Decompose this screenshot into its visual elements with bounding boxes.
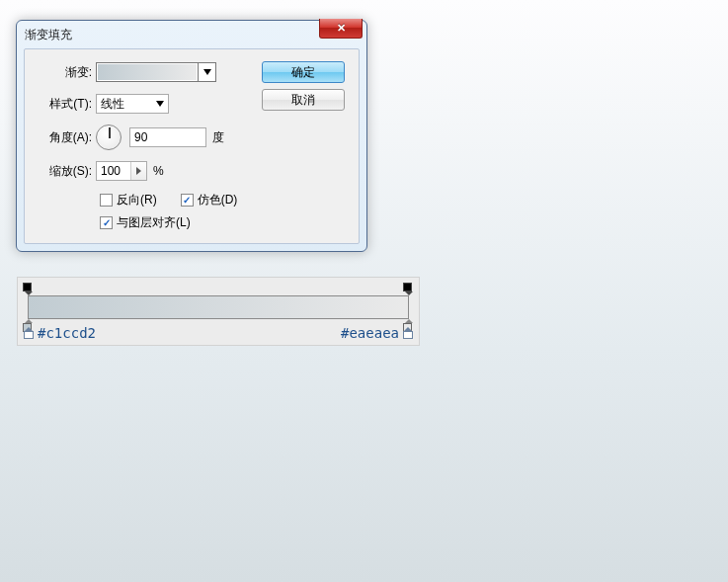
close-button[interactable]: ✕ xyxy=(319,19,363,39)
style-label: 样式(T): xyxy=(39,96,96,113)
chevron-down-icon xyxy=(156,101,164,107)
chevron-down-icon xyxy=(203,69,211,75)
dialog-client-area: 确定 取消 渐变: 样式(T): 线性 角度(A): xyxy=(24,48,360,244)
right-stop-hex: #eaeaea xyxy=(341,325,413,341)
left-stop-hex: #c1ccd2 xyxy=(24,325,96,341)
style-select[interactable]: 线性 xyxy=(96,94,169,114)
color-stop-marker-icon xyxy=(24,328,34,338)
align-label: 与图层对齐(L) xyxy=(117,214,191,231)
gradient-preview-swatch xyxy=(97,63,198,81)
scale-spinner[interactable] xyxy=(96,161,147,181)
opacity-stop-right[interactable] xyxy=(403,283,414,295)
dither-label: 仿色(D) xyxy=(198,192,238,208)
right-hex-value: #eaeaea xyxy=(341,325,399,341)
left-hex-value: #c1ccd2 xyxy=(38,325,96,341)
angle-label: 角度(A): xyxy=(39,129,96,146)
checkbox-icon xyxy=(100,194,113,207)
checkbox-icon: ✓ xyxy=(100,216,113,229)
reverse-checkbox[interactable]: 反向(R) xyxy=(100,192,157,208)
dialog-title: 渐变填充 xyxy=(25,27,72,43)
cancel-button[interactable]: 取消 xyxy=(262,89,345,111)
ok-button[interactable]: 确定 xyxy=(262,61,345,83)
gradient-label: 渐变: xyxy=(39,64,96,81)
gradient-bar-wrap xyxy=(28,295,409,319)
dialog-button-column: 确定 取消 xyxy=(262,61,345,111)
checkbox-row-2: ✓ 与图层对齐(L) xyxy=(100,214,345,231)
angle-unit: 度 xyxy=(212,129,224,146)
gradient-picker[interactable] xyxy=(96,62,216,82)
scale-label: 缩放(S): xyxy=(39,163,96,180)
close-icon: ✕ xyxy=(337,22,346,35)
align-checkbox[interactable]: ✓ 与图层对齐(L) xyxy=(100,214,191,231)
scale-row: 缩放(S): % xyxy=(39,160,345,182)
chevron-right-icon xyxy=(136,167,141,175)
stop-pointer-icon xyxy=(25,291,33,295)
opacity-stop-left[interactable] xyxy=(23,283,34,295)
reverse-label: 反向(R) xyxy=(117,192,157,208)
scale-input[interactable] xyxy=(97,164,130,178)
checkbox-icon: ✓ xyxy=(181,194,194,207)
color-stop-marker-icon xyxy=(403,328,413,338)
stop-pointer-icon xyxy=(405,291,413,295)
scale-unit: % xyxy=(153,164,164,178)
titlebar[interactable]: 渐变填充 ✕ xyxy=(17,21,366,48)
dither-checkbox[interactable]: ✓ 仿色(D) xyxy=(181,192,238,208)
opacity-stop-icon xyxy=(23,283,32,291)
gradient-editor: #c1ccd2 #eaeaea xyxy=(17,277,420,346)
angle-dial[interactable] xyxy=(96,125,121,150)
opacity-stop-icon xyxy=(403,283,412,291)
gradient-dropdown-button[interactable] xyxy=(198,63,215,81)
gradient-fill-dialog: 渐变填充 ✕ 确定 取消 渐变: 样式(T): 线性 xyxy=(16,20,367,252)
checkbox-row-1: 反向(R) ✓ 仿色(D) xyxy=(100,192,345,208)
style-value: 线性 xyxy=(101,96,124,113)
gradient-bar[interactable] xyxy=(28,295,409,319)
angle-row: 角度(A): 度 xyxy=(39,125,345,150)
scale-step-button[interactable] xyxy=(130,162,146,180)
angle-input[interactable] xyxy=(129,127,206,147)
